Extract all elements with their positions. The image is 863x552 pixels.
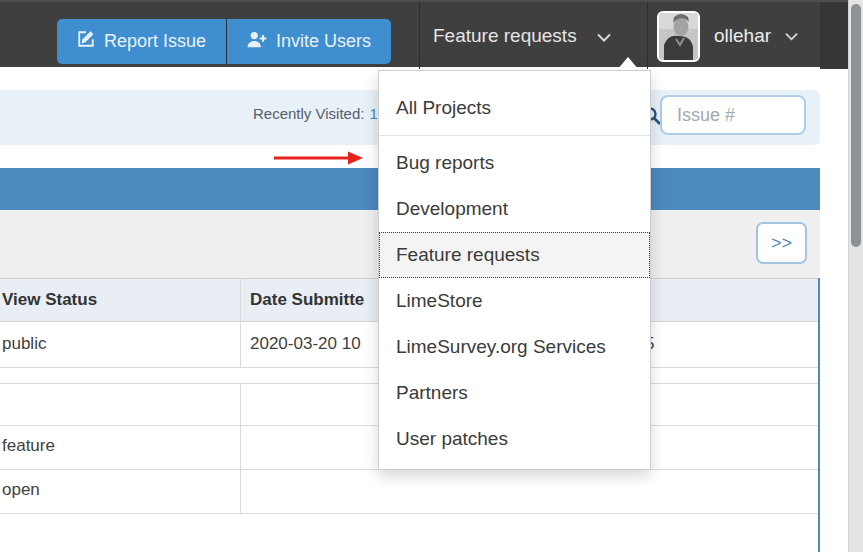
column-header-date-submitted: Date Submitte: [250, 290, 364, 310]
username-label: ollehar: [714, 25, 771, 47]
dropdown-item-limesurvey-org-services[interactable]: LimeSurvey.org Services: [379, 324, 650, 370]
row-divider: [0, 513, 818, 514]
dropdown-item-feature-requests[interactable]: Feature requests: [379, 232, 650, 278]
column-divider: [240, 278, 241, 368]
dropdown-item-user-patches[interactable]: User patches: [379, 416, 650, 462]
chevron-down-icon: [785, 27, 798, 45]
report-issue-button[interactable]: Report Issue: [57, 19, 226, 64]
cell-status: open: [2, 480, 40, 500]
top-navbar: Report Issue Invite Users Feature reques…: [0, 0, 848, 67]
project-selector-label: Feature requests: [433, 25, 577, 47]
chevron-down-icon: [597, 25, 611, 47]
cell-date-submitted: 2020-03-20 10: [250, 334, 361, 354]
recently-visited: Recently Visited:1: [253, 105, 378, 122]
edit-pencil-icon: [77, 30, 95, 53]
invite-users-button[interactable]: Invite Users: [227, 19, 391, 64]
project-selector[interactable]: Feature requests: [433, 2, 611, 69]
scrollbar-thumb[interactable]: [851, 4, 861, 247]
column-header-view-status: View Status: [2, 290, 97, 310]
navbar-button-group: Report Issue Invite Users: [57, 19, 391, 64]
dropdown-item-partners[interactable]: Partners: [379, 370, 650, 416]
dropdown-item-all-projects[interactable]: All Projects: [379, 85, 650, 131]
recently-visited-label: Recently Visited:: [253, 105, 364, 122]
dropdown-item-development[interactable]: Development: [379, 186, 650, 232]
navbar-divider: [647, 2, 648, 69]
cell-view-status: public: [2, 334, 46, 354]
user-plus-icon: [247, 31, 267, 53]
scrollbar-track[interactable]: [848, 0, 863, 552]
recently-visited-link[interactable]: 1: [369, 105, 377, 122]
invite-users-label: Invite Users: [276, 31, 371, 52]
dropdown-separator: [379, 135, 650, 136]
navbar-divider: [419, 2, 420, 69]
user-menu[interactable]: ollehar: [657, 2, 798, 69]
dropdown-caret: [617, 57, 639, 70]
issue-number-input[interactable]: [660, 95, 806, 135]
dropdown-item-limestore[interactable]: LimeStore: [379, 278, 650, 324]
red-annotation-arrow: [272, 149, 364, 167]
column-divider: [240, 383, 241, 513]
report-issue-label: Report Issue: [104, 31, 206, 52]
user-avatar: [657, 11, 700, 62]
expand-columns-button[interactable]: >>: [756, 222, 807, 264]
navbar-right-segment: [820, 2, 848, 69]
project-dropdown-menu: All Projects Bug reports Development Fea…: [378, 70, 651, 470]
table-right-border: [818, 278, 820, 552]
cell-category: feature: [2, 436, 55, 456]
dropdown-item-bug-reports[interactable]: Bug reports: [379, 140, 650, 186]
